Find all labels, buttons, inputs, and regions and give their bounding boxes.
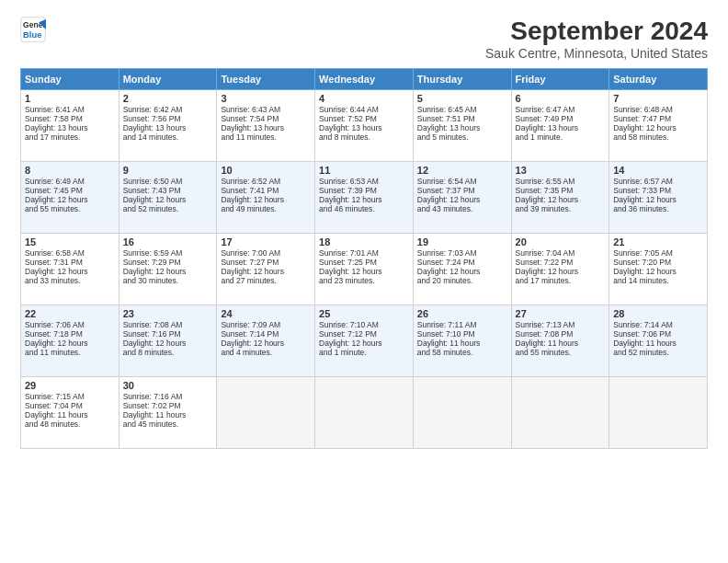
day-number: 24	[221, 308, 311, 319]
day-info-line: Sunrise: 7:16 AM	[123, 392, 213, 401]
day-info-line: Sunrise: 7:05 AM	[613, 248, 703, 258]
title-block: September 2024 Sauk Centre, Minnesota, U…	[485, 17, 708, 61]
day-info-line: Sunset: 7:47 PM	[613, 114, 703, 123]
day-info-line: and 39 minutes.	[516, 204, 606, 213]
day-info-line: Sunrise: 7:01 AM	[319, 248, 409, 258]
day-info-line: Sunset: 7:51 PM	[417, 114, 507, 123]
calendar-cell: 6Sunrise: 6:47 AMSunset: 7:49 PMDaylight…	[511, 90, 609, 162]
calendar-cell: 10Sunrise: 6:52 AMSunset: 7:41 PMDayligh…	[217, 162, 315, 234]
day-info-line: Daylight: 12 hours	[221, 339, 311, 348]
day-number: 19	[417, 236, 507, 247]
day-number: 12	[417, 165, 507, 176]
day-info-line: and 30 minutes.	[123, 276, 213, 285]
calendar-cell: 5Sunrise: 6:45 AMSunset: 7:51 PMDaylight…	[413, 90, 511, 162]
day-info-line: Sunrise: 7:00 AM	[221, 248, 311, 258]
week-row-2: 15Sunrise: 6:58 AMSunset: 7:31 PMDayligh…	[21, 234, 708, 305]
day-info-line: Daylight: 12 hours	[319, 267, 409, 276]
day-number: 3	[221, 93, 311, 104]
calendar-cell: 2Sunrise: 6:42 AMSunset: 7:56 PMDaylight…	[119, 90, 217, 162]
day-info-line: and 17 minutes.	[516, 276, 606, 285]
day-number: 2	[123, 93, 213, 104]
day-info-line: and 4 minutes.	[221, 348, 311, 357]
day-number: 1	[25, 93, 115, 104]
calendar-cell: 22Sunrise: 7:06 AMSunset: 7:18 PMDayligh…	[21, 305, 119, 377]
day-info-line: Daylight: 13 hours	[516, 123, 606, 132]
day-info-line: Sunset: 7:45 PM	[25, 186, 115, 195]
day-info-line: and 43 minutes.	[417, 204, 507, 213]
day-info-line: Sunrise: 6:43 AM	[221, 105, 311, 114]
day-info-line: Daylight: 13 hours	[25, 123, 115, 132]
day-info-line: Sunrise: 7:13 AM	[516, 320, 606, 329]
day-info-line: Daylight: 12 hours	[221, 195, 311, 204]
day-info-line: Sunset: 7:43 PM	[123, 186, 213, 195]
day-info-line: and 27 minutes.	[221, 276, 311, 285]
day-info-line: and 52 minutes.	[123, 204, 213, 213]
calendar-cell: 29Sunrise: 7:15 AMSunset: 7:04 PMDayligh…	[21, 377, 119, 449]
calendar-cell: 23Sunrise: 7:08 AMSunset: 7:16 PMDayligh…	[119, 305, 217, 377]
page-subtitle: Sauk Centre, Minnesota, United States	[485, 46, 708, 61]
day-number: 23	[123, 308, 213, 319]
calendar-cell: 26Sunrise: 7:11 AMSunset: 7:10 PMDayligh…	[413, 305, 511, 377]
calendar-cell: 19Sunrise: 7:03 AMSunset: 7:24 PMDayligh…	[413, 234, 511, 305]
week-row-4: 29Sunrise: 7:15 AMSunset: 7:04 PMDayligh…	[21, 377, 708, 449]
week-row-3: 22Sunrise: 7:06 AMSunset: 7:18 PMDayligh…	[21, 305, 708, 377]
calendar-cell: 20Sunrise: 7:04 AMSunset: 7:22 PMDayligh…	[511, 234, 609, 305]
logo-icon: General Blue	[20, 17, 46, 42]
day-number: 25	[319, 308, 409, 319]
calendar-cell	[315, 377, 414, 449]
day-info-line: Sunset: 7:12 PM	[319, 329, 409, 339]
day-info-line: Sunset: 7:16 PM	[123, 329, 213, 339]
day-info-line: Daylight: 13 hours	[221, 123, 311, 132]
day-info-line: Sunrise: 7:04 AM	[516, 248, 606, 258]
day-info-line: Daylight: 12 hours	[25, 267, 115, 276]
calendar-cell	[609, 377, 708, 449]
day-info-line: and 1 minute.	[516, 132, 606, 142]
calendar-cell: 21Sunrise: 7:05 AMSunset: 7:20 PMDayligh…	[609, 234, 708, 305]
day-number: 21	[613, 236, 703, 247]
day-info-line: Daylight: 13 hours	[123, 123, 213, 132]
day-number: 6	[516, 93, 606, 104]
day-number: 22	[25, 308, 115, 319]
day-info-line: Sunrise: 7:15 AM	[25, 392, 115, 401]
day-info-line: Sunrise: 6:41 AM	[25, 105, 115, 114]
day-info-line: and 55 minutes.	[25, 204, 115, 213]
day-info-line: Sunset: 7:02 PM	[123, 401, 213, 410]
day-info-line: Sunset: 7:24 PM	[417, 258, 507, 267]
day-info-line: Daylight: 11 hours	[516, 339, 606, 348]
day-info-line: and 23 minutes.	[319, 276, 409, 285]
day-info-line: and 11 minutes.	[221, 132, 311, 142]
day-info-line: and 55 minutes.	[516, 348, 606, 357]
day-info-line: Sunrise: 6:52 AM	[221, 177, 311, 186]
header-thursday: Thursday	[413, 69, 511, 90]
day-info-line: Sunrise: 7:03 AM	[417, 248, 507, 258]
day-info-line: Sunset: 7:04 PM	[25, 401, 115, 410]
day-info-line: Daylight: 12 hours	[123, 339, 213, 348]
day-number: 17	[221, 236, 311, 247]
day-info-line: and 11 minutes.	[25, 348, 115, 357]
day-info-line: and 14 minutes.	[123, 132, 213, 142]
logo: General Blue	[20, 17, 46, 42]
day-info-line: and 17 minutes.	[25, 132, 115, 142]
day-info-line: Sunset: 7:41 PM	[221, 186, 311, 195]
day-info-line: Sunrise: 6:44 AM	[319, 105, 409, 114]
day-number: 20	[516, 236, 606, 247]
day-info-line: Sunrise: 6:58 AM	[25, 248, 115, 258]
day-info-line: and 49 minutes.	[221, 204, 311, 213]
day-info-line: Sunset: 7:08 PM	[516, 329, 606, 339]
calendar-cell	[511, 377, 609, 449]
day-info-line: Sunrise: 7:11 AM	[417, 320, 507, 329]
day-info-line: Daylight: 12 hours	[319, 339, 409, 348]
day-info-line: Daylight: 11 hours	[613, 339, 703, 348]
day-number: 4	[319, 93, 409, 104]
day-info-line: Daylight: 11 hours	[25, 410, 115, 419]
day-info-line: Daylight: 12 hours	[25, 339, 115, 348]
day-info-line: Sunset: 7:58 PM	[25, 114, 115, 123]
day-info-line: Sunset: 7:14 PM	[221, 329, 311, 339]
day-info-line: Sunset: 7:35 PM	[516, 186, 606, 195]
day-info-line: Sunset: 7:33 PM	[613, 186, 703, 195]
day-info-line: and 45 minutes.	[123, 419, 213, 429]
day-info-line: Sunrise: 6:57 AM	[613, 177, 703, 186]
day-number: 15	[25, 236, 115, 247]
day-info-line: and 52 minutes.	[613, 348, 703, 357]
week-row-0: 1Sunrise: 6:41 AMSunset: 7:58 PMDaylight…	[21, 90, 708, 162]
